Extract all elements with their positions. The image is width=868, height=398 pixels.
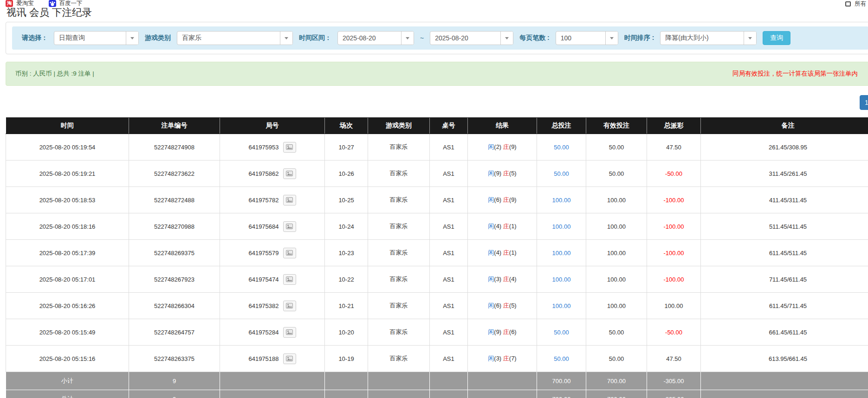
cell-note: 611.45/511.45 bbox=[701, 240, 868, 266]
cell-result: 闲(9) 庄(6) bbox=[468, 319, 537, 346]
chevron-down-icon bbox=[744, 32, 756, 45]
chevron-down-icon bbox=[126, 32, 138, 45]
column-header: 备注 bbox=[701, 118, 868, 134]
cell-note: 261.45/308.95 bbox=[701, 134, 868, 160]
cell-session: 10-20 bbox=[325, 319, 368, 346]
video-replay-icon[interactable] bbox=[283, 142, 296, 153]
sort-order-select[interactable]: 降冪(由大到小) bbox=[660, 31, 757, 45]
round-number: 641975188 bbox=[248, 355, 279, 362]
round-number: 641975382 bbox=[248, 302, 279, 309]
cell-result: 闲(4) 庄(1) bbox=[468, 213, 537, 240]
result-player: 闲 bbox=[488, 276, 494, 282]
result-player: 闲 bbox=[488, 249, 494, 256]
game-type-label: 游戏类别 bbox=[145, 34, 171, 42]
page-size-label: 每页笔数 : bbox=[519, 34, 550, 42]
folder-outline-icon bbox=[845, 1, 851, 6]
cell-table-no: AS1 bbox=[430, 319, 468, 346]
total-bet-link[interactable]: 100.00 bbox=[552, 223, 571, 230]
cell-payout: 47.50 bbox=[647, 346, 701, 372]
footer-empty bbox=[430, 372, 468, 390]
footer-empty bbox=[368, 372, 430, 390]
page-1-button[interactable]: 1 bbox=[860, 95, 868, 110]
result-player-points: (6) bbox=[494, 196, 503, 203]
cell-table-no: AS1 bbox=[430, 213, 468, 240]
footer-empty bbox=[701, 372, 868, 390]
video-replay-icon[interactable] bbox=[283, 274, 296, 285]
video-replay-icon[interactable] bbox=[283, 301, 296, 311]
search-button[interactable]: 查询 bbox=[763, 31, 790, 45]
result-banker-points: (4) bbox=[509, 276, 517, 282]
cell-game-type: 百家乐 bbox=[368, 213, 430, 240]
cell-payout: -100.00 bbox=[647, 266, 701, 293]
table-row: 2025-08-20 05:18:53522748272488641975782… bbox=[6, 187, 868, 213]
footer-count: 9 bbox=[129, 390, 220, 398]
cell-table-no: AS1 bbox=[430, 160, 468, 187]
footer-empty bbox=[701, 390, 868, 398]
cell-result: 闲(4) 庄(1) bbox=[468, 240, 537, 266]
footer-empty bbox=[430, 390, 468, 398]
cell-result: 闲(3) 庄(7) bbox=[468, 346, 537, 372]
date-from-select[interactable]: 2025-08-20 bbox=[337, 31, 414, 45]
total-bet-link[interactable]: 100.00 bbox=[552, 197, 571, 204]
result-banker-points: (9) bbox=[509, 143, 517, 150]
cell-game-type: 百家乐 bbox=[368, 293, 430, 319]
video-replay-icon[interactable] bbox=[283, 327, 296, 338]
total-bet-link[interactable]: 100.00 bbox=[552, 250, 571, 257]
video-replay-icon[interactable] bbox=[283, 195, 296, 205]
cell-valid-bet: 50.00 bbox=[586, 134, 647, 160]
cell-result: 闲(6) 庄(9) bbox=[468, 187, 537, 213]
video-replay-icon[interactable] bbox=[283, 353, 296, 364]
result-player: 闲 bbox=[488, 302, 494, 309]
cell-round: 641975474 bbox=[220, 266, 325, 293]
page-size-select[interactable]: 100 bbox=[556, 31, 618, 45]
page-size-value: 100 bbox=[556, 34, 605, 42]
date-to-select[interactable]: 2025-08-20 bbox=[430, 31, 513, 45]
cell-time: 2025-08-20 05:18:53 bbox=[6, 187, 129, 213]
cell-note: 613.95/661.45 bbox=[701, 346, 868, 372]
result-banker: 庄 bbox=[503, 249, 509, 256]
footer-label: 小计 bbox=[6, 372, 129, 390]
result-player: 闲 bbox=[488, 170, 494, 177]
cell-table-no: AS1 bbox=[430, 134, 468, 160]
total-bet-link[interactable]: 50.00 bbox=[554, 170, 569, 177]
total-bet-link[interactable]: 50.00 bbox=[554, 329, 569, 336]
cell-total-bet: 100.00 bbox=[537, 293, 586, 319]
footer-empty bbox=[220, 372, 325, 390]
table-row: 2025-08-20 05:17:01522748267923641975474… bbox=[6, 266, 868, 293]
column-header: 有效投注 bbox=[586, 118, 647, 134]
cell-game-type: 百家乐 bbox=[368, 134, 430, 160]
result-player: 闲 bbox=[488, 223, 494, 230]
total-bet-link[interactable]: 100.00 bbox=[552, 302, 571, 309]
video-replay-icon[interactable] bbox=[283, 168, 296, 179]
cell-session: 10-25 bbox=[325, 187, 368, 213]
cell-game-type: 百家乐 bbox=[368, 319, 430, 346]
cell-note: 611.45/711.45 bbox=[701, 293, 868, 319]
all-bookmarks[interactable]: 所有 bbox=[845, 0, 866, 8]
result-player: 闲 bbox=[488, 196, 494, 203]
date-to-value: 2025-08-20 bbox=[430, 34, 500, 42]
total-bet-link[interactable]: 50.00 bbox=[554, 355, 569, 362]
cell-payout: 100.00 bbox=[647, 293, 701, 319]
cell-bet-id: 522748272488 bbox=[129, 187, 220, 213]
result-player-points: (2) bbox=[494, 143, 503, 150]
same-round-notice-text: 同局有效投注，统一计算在该局第一张注单内 bbox=[732, 70, 858, 78]
round-number: 641975684 bbox=[248, 223, 279, 230]
footer-empty bbox=[220, 390, 325, 398]
result-banker-points: (9) bbox=[509, 196, 517, 203]
cell-payout: -100.00 bbox=[647, 213, 701, 240]
cell-bet-id: 522748270988 bbox=[129, 213, 220, 240]
cell-note: 411.45/311.45 bbox=[701, 187, 868, 213]
table-body: 2025-08-20 05:19:54522748274908641975953… bbox=[6, 134, 868, 372]
query-type-select[interactable]: 日期查询 bbox=[54, 31, 139, 45]
total-bet-link[interactable]: 50.00 bbox=[554, 144, 569, 151]
filter-bar: 请选择： 日期查询 游戏类别 百家乐 时间区间： 2025-08-20 ~ 20… bbox=[12, 26, 868, 50]
cell-total-bet: 50.00 bbox=[537, 160, 586, 187]
total-bet-link[interactable]: 100.00 bbox=[552, 276, 571, 283]
game-type-select[interactable]: 百家乐 bbox=[177, 31, 293, 45]
video-replay-icon[interactable] bbox=[283, 248, 296, 258]
result-banker-points: (6) bbox=[509, 328, 517, 335]
page-title: 视讯 会员 下注纪录 bbox=[6, 6, 92, 19]
cell-round: 641975782 bbox=[220, 187, 325, 213]
video-replay-icon[interactable] bbox=[283, 221, 296, 232]
time-range-label: 时间区间： bbox=[299, 34, 331, 42]
